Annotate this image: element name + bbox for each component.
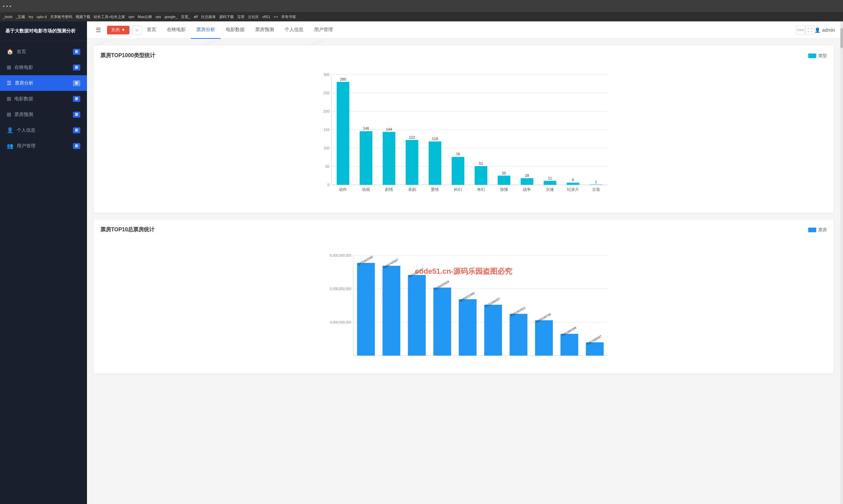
svg-text:200: 200: [324, 109, 329, 113]
sidebar-item-用户管理[interactable]: 👥 用户管理 新: [0, 138, 87, 154]
bookmark-item[interactable]: Max云梯: [138, 14, 152, 19]
main-content[interactable]: code51.cncode51.cncode51.cncode51.cncode…: [87, 39, 840, 504]
nav-tab-票房分析[interactable]: 票房分析: [191, 21, 221, 39]
svg-rect-31: [452, 157, 464, 185]
nav-tab-在映电影[interactable]: 在映电影: [161, 21, 191, 39]
nav-label-2: 票房分析: [15, 80, 33, 86]
nav-tab-个人信息[interactable]: 个人信息: [279, 21, 309, 39]
bookmark-item[interactable]: >>: [274, 15, 278, 19]
sidebar-item-个人信息[interactable]: 👤 个人信息 新: [0, 122, 87, 138]
bookmark-item[interactable]: vpn: [128, 15, 135, 19]
chart-header-1: 票房TOP1000类型统计 类型: [100, 52, 827, 59]
svg-text:118: 118: [432, 137, 438, 141]
bookmark-item[interactable]: 共享账号密码: [50, 14, 72, 19]
nav-tab-用户管理[interactable]: 用户管理: [309, 21, 338, 39]
nav-icon-4: ⊞: [7, 111, 11, 118]
svg-text:战争: 战争: [523, 187, 531, 192]
svg-rect-66: [433, 287, 451, 356]
bar-chart-1: 050100150200250300280动作146动画144剧情122喜剧11…: [100, 65, 827, 206]
svg-text:6: 6: [572, 178, 574, 182]
right-scrollbar[interactable]: [840, 21, 843, 504]
user-icon: 👤: [814, 28, 820, 33]
nav-icon-2: ☰: [7, 80, 11, 86]
svg-text:150: 150: [324, 128, 329, 132]
svg-text:51: 51: [479, 161, 483, 165]
bookmark-item[interactable]: txy: [29, 15, 33, 19]
svg-text:灾难: 灾难: [546, 187, 554, 192]
main-area: ☰ 关闭 ▼ ‹‹ 首页在映电影票房分析电影数据票房预测个人信息用户管理 >>>…: [87, 21, 840, 504]
top-nav: ☰ 关闭 ▼ ‹‹ 首页在映电影票房分析电影数据票房预测个人信息用户管理 >>>…: [87, 21, 840, 39]
bookmark-item[interactable]: _宝藏: [16, 14, 25, 19]
close-tab-button[interactable]: 关闭 ▼: [107, 26, 130, 34]
chart-header-2: 票房TOP10总票房统计 票房: [100, 226, 827, 233]
bar-chart-2: 4,000,000,0005,000,000,0006,000,000,0005…: [100, 239, 827, 367]
nav-right-arrow[interactable]: >>>: [796, 25, 805, 35]
nav-label-5: 个人信息: [17, 127, 35, 133]
chart-legend-2: 票房: [808, 227, 827, 233]
bookmark-item[interactable]: 站长工具+站长之家: [94, 14, 125, 19]
nav-label-0: 首页: [17, 49, 26, 55]
sidebar: 基于大数据对电影市场的预测分析 🏠 首页 新 ⊞ 在映电影 新 ☰ 票房分析 新…: [0, 21, 87, 504]
chart-card-1: 票房TOP1000类型统计 类型 050100150200250300280动作…: [94, 46, 833, 213]
sidebar-item-票房预测[interactable]: ⊞ 票房预测 新: [0, 107, 87, 122]
bookmark-item[interactable]: v651: [262, 15, 270, 19]
svg-text:4,000,000,000: 4,000,000,000: [330, 321, 351, 324]
svg-rect-60: [357, 263, 375, 356]
svg-text:250: 250: [324, 91, 329, 95]
bookmark-item[interactable]: 视频下载: [75, 14, 90, 19]
close-tab-label: 关闭: [111, 27, 120, 33]
bookmark-item[interactable]: 社交媒体: [201, 14, 216, 19]
svg-rect-16: [337, 82, 349, 185]
nav-tabs: 首页在映电影票房分析电影数据票房预测个人信息用户管理: [141, 21, 796, 39]
nav-tab-首页[interactable]: 首页: [141, 21, 161, 39]
fullscreen-button[interactable]: ⛶: [805, 25, 814, 35]
hamburger-button[interactable]: ☰: [92, 24, 104, 36]
nav-tab-电影数据[interactable]: 电影数据: [221, 21, 250, 39]
bookmark-item[interactable]: vps: [156, 15, 161, 19]
sidebar-title: 基于大数据对电影市场的预测分析: [0, 21, 87, 41]
svg-rect-43: [544, 181, 556, 185]
top-nav-right: 👤 admin: [814, 28, 835, 33]
sidebar-item-电影数据[interactable]: ⊞ 电影数据 新: [0, 91, 87, 107]
svg-rect-74: [535, 320, 553, 356]
sidebar-item-首页[interactable]: 🏠 首页 新: [0, 44, 87, 59]
svg-rect-76: [560, 334, 578, 356]
svg-rect-49: [590, 184, 602, 185]
nav-icon-5: 👤: [7, 127, 13, 133]
svg-rect-46: [567, 182, 580, 185]
legend-label-2: 票房: [818, 227, 827, 233]
sidebar-item-在映电影[interactable]: ⊞ 在映电影 新: [0, 59, 87, 75]
browser-bar: ● ● ●: [0, 0, 843, 12]
bookmark-item[interactable]: 所有书签: [281, 14, 296, 19]
bookmark-item[interactable]: uplo d: [37, 15, 47, 19]
bookmark-item[interactable]: _tools: [3, 15, 12, 19]
nav-tab-票房预测[interactable]: 票房预测: [250, 21, 279, 39]
svg-text:76: 76: [456, 152, 460, 156]
app-container: 基于大数据对电影市场的预测分析 🏠 首页 新 ⊞ 在映电影 新 ☰ 票房分析 新…: [0, 21, 843, 504]
nav-label-6: 用户管理: [17, 143, 35, 149]
sidebar-item-票房分析[interactable]: ☰ 票房分析 新: [0, 75, 87, 91]
nav-icon-6: 👥: [7, 143, 13, 149]
svg-rect-62: [382, 266, 400, 356]
nav-icon-1: ⊞: [7, 64, 11, 71]
bookmark-item[interactable]: 源码下载: [219, 14, 234, 19]
bookmark-item[interactable]: google_: [165, 15, 178, 19]
bookmark-item[interactable]: 百度_: [181, 14, 190, 19]
svg-text:惊悚: 惊悚: [500, 187, 508, 192]
charts-wrapper: 票房TOP1000类型统计 类型 050100150200250300280动作…: [94, 46, 833, 374]
user-info[interactable]: 👤 admin: [814, 28, 835, 33]
nav-label-1: 在映电影: [14, 65, 33, 71]
svg-text:300: 300: [324, 73, 329, 76]
legend-color-2: [808, 228, 816, 232]
svg-text:1: 1: [595, 180, 597, 184]
browser-controls: ● ● ●: [3, 4, 11, 8]
nav-badge-0: 新: [73, 49, 80, 55]
bookmark-item[interactable]: aff: [194, 15, 198, 19]
nav-label-4: 票房预测: [14, 112, 33, 118]
bookmark-item[interactable]: 云社区: [248, 14, 259, 19]
svg-rect-70: [484, 305, 502, 356]
legend-label-1: 类型: [818, 53, 827, 59]
nav-left-arrow[interactable]: ‹‹: [132, 25, 141, 35]
bookmark-item[interactable]: 宝塔: [237, 14, 244, 19]
svg-rect-19: [360, 131, 372, 185]
